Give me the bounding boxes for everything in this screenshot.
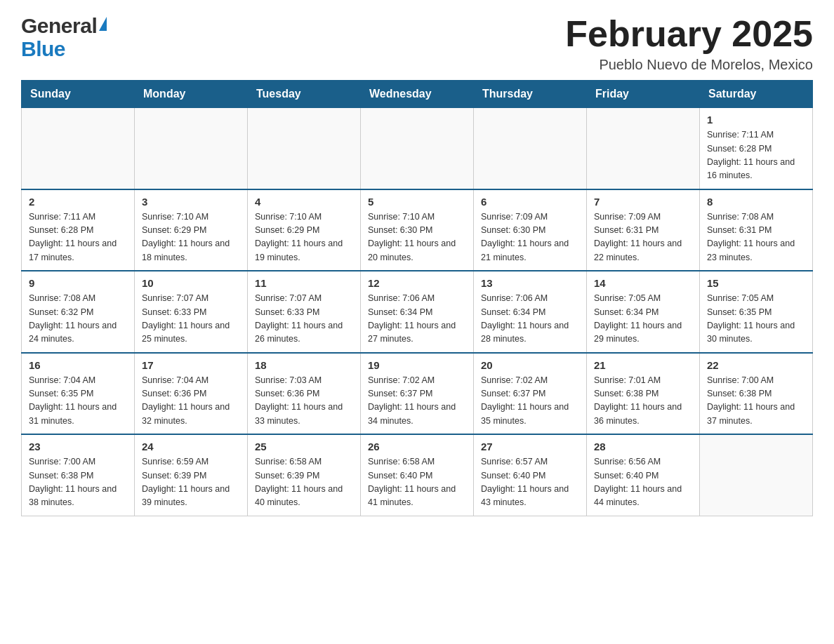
day-number: 5 bbox=[368, 196, 466, 208]
day-number: 26 bbox=[368, 441, 466, 452]
day-info: Sunrise: 7:07 AM Sunset: 6:33 PM Dayligh… bbox=[142, 292, 240, 347]
calendar-title: February 2025 bbox=[565, 14, 813, 54]
day-info: Sunrise: 7:10 AM Sunset: 6:29 PM Dayligh… bbox=[142, 210, 240, 265]
calendar-day-cell: 25Sunrise: 6:58 AM Sunset: 6:39 PM Dayli… bbox=[248, 434, 361, 516]
calendar-day-cell bbox=[700, 434, 813, 516]
calendar-day-cell bbox=[587, 108, 700, 189]
calendar-day-cell: 1Sunrise: 7:11 AM Sunset: 6:28 PM Daylig… bbox=[700, 108, 813, 189]
calendar-day-cell bbox=[248, 108, 361, 189]
day-info: Sunrise: 7:08 AM Sunset: 6:32 PM Dayligh… bbox=[29, 292, 127, 347]
calendar-week-row: 16Sunrise: 7:04 AM Sunset: 6:35 PM Dayli… bbox=[22, 353, 813, 435]
calendar-day-cell: 28Sunrise: 6:56 AM Sunset: 6:40 PM Dayli… bbox=[587, 434, 700, 516]
calendar-day-cell: 14Sunrise: 7:05 AM Sunset: 6:34 PM Dayli… bbox=[587, 271, 700, 353]
calendar-week-row: 2Sunrise: 7:11 AM Sunset: 6:28 PM Daylig… bbox=[22, 189, 813, 271]
calendar-day-cell: 7Sunrise: 7:09 AM Sunset: 6:31 PM Daylig… bbox=[587, 189, 700, 271]
day-number: 3 bbox=[142, 196, 240, 208]
day-info: Sunrise: 6:58 AM Sunset: 6:40 PM Dayligh… bbox=[368, 455, 466, 510]
calendar-day-cell: 9Sunrise: 7:08 AM Sunset: 6:32 PM Daylig… bbox=[22, 271, 135, 353]
day-of-week-header: Friday bbox=[587, 81, 700, 108]
day-number: 15 bbox=[707, 277, 805, 289]
calendar-day-cell: 23Sunrise: 7:00 AM Sunset: 6:38 PM Dayli… bbox=[22, 434, 135, 516]
day-info: Sunrise: 7:05 AM Sunset: 6:35 PM Dayligh… bbox=[707, 292, 805, 347]
calendar-day-cell: 4Sunrise: 7:10 AM Sunset: 6:29 PM Daylig… bbox=[248, 189, 361, 271]
day-number: 21 bbox=[594, 359, 692, 371]
day-number: 10 bbox=[142, 277, 240, 289]
day-number: 9 bbox=[29, 277, 127, 289]
day-number: 18 bbox=[255, 359, 353, 371]
title-section: February 2025 Pueblo Nuevo de Morelos, M… bbox=[565, 14, 813, 73]
calendar-day-cell: 12Sunrise: 7:06 AM Sunset: 6:34 PM Dayli… bbox=[361, 271, 474, 353]
calendar-day-cell: 24Sunrise: 6:59 AM Sunset: 6:39 PM Dayli… bbox=[135, 434, 248, 516]
day-info: Sunrise: 7:00 AM Sunset: 6:38 PM Dayligh… bbox=[29, 455, 127, 510]
calendar-week-row: 9Sunrise: 7:08 AM Sunset: 6:32 PM Daylig… bbox=[22, 271, 813, 353]
calendar-day-cell bbox=[135, 108, 248, 189]
day-info: Sunrise: 6:59 AM Sunset: 6:39 PM Dayligh… bbox=[142, 455, 240, 510]
calendar-day-cell bbox=[474, 108, 587, 189]
calendar-header-row: SundayMondayTuesdayWednesdayThursdayFrid… bbox=[22, 81, 813, 108]
logo-general-text: General bbox=[21, 14, 107, 37]
day-number: 24 bbox=[142, 441, 240, 452]
calendar-subtitle: Pueblo Nuevo de Morelos, Mexico bbox=[565, 57, 813, 73]
day-info: Sunrise: 7:06 AM Sunset: 6:34 PM Dayligh… bbox=[368, 292, 466, 347]
day-number: 4 bbox=[255, 196, 353, 208]
day-info: Sunrise: 7:04 AM Sunset: 6:35 PM Dayligh… bbox=[29, 374, 127, 429]
calendar-day-cell: 27Sunrise: 6:57 AM Sunset: 6:40 PM Dayli… bbox=[474, 434, 587, 516]
day-of-week-header: Thursday bbox=[474, 81, 587, 108]
calendar-week-row: 23Sunrise: 7:00 AM Sunset: 6:38 PM Dayli… bbox=[22, 434, 813, 516]
day-number: 2 bbox=[29, 196, 127, 208]
day-number: 7 bbox=[594, 196, 692, 208]
day-number: 27 bbox=[481, 441, 579, 452]
day-info: Sunrise: 7:02 AM Sunset: 6:37 PM Dayligh… bbox=[368, 374, 466, 429]
calendar-table: SundayMondayTuesdayWednesdayThursdayFrid… bbox=[21, 80, 813, 516]
calendar-day-cell: 2Sunrise: 7:11 AM Sunset: 6:28 PM Daylig… bbox=[22, 189, 135, 271]
day-number: 28 bbox=[594, 441, 692, 452]
calendar-day-cell bbox=[22, 108, 135, 189]
calendar-day-cell: 11Sunrise: 7:07 AM Sunset: 6:33 PM Dayli… bbox=[248, 271, 361, 353]
day-info: Sunrise: 7:02 AM Sunset: 6:37 PM Dayligh… bbox=[481, 374, 579, 429]
calendar-day-cell: 15Sunrise: 7:05 AM Sunset: 6:35 PM Dayli… bbox=[700, 271, 813, 353]
calendar-day-cell: 26Sunrise: 6:58 AM Sunset: 6:40 PM Dayli… bbox=[361, 434, 474, 516]
day-number: 13 bbox=[481, 277, 579, 289]
logo: General Blue bbox=[21, 14, 107, 60]
calendar-day-cell: 10Sunrise: 7:07 AM Sunset: 6:33 PM Dayli… bbox=[135, 271, 248, 353]
day-info: Sunrise: 7:07 AM Sunset: 6:33 PM Dayligh… bbox=[255, 292, 353, 347]
day-number: 17 bbox=[142, 359, 240, 371]
calendar-week-row: 1Sunrise: 7:11 AM Sunset: 6:28 PM Daylig… bbox=[22, 108, 813, 189]
day-of-week-header: Tuesday bbox=[248, 81, 361, 108]
day-number: 8 bbox=[707, 196, 805, 208]
day-info: Sunrise: 7:01 AM Sunset: 6:38 PM Dayligh… bbox=[594, 374, 692, 429]
day-info: Sunrise: 6:57 AM Sunset: 6:40 PM Dayligh… bbox=[481, 455, 579, 510]
calendar-day-cell: 8Sunrise: 7:08 AM Sunset: 6:31 PM Daylig… bbox=[700, 189, 813, 271]
day-number: 23 bbox=[29, 441, 127, 452]
day-number: 1 bbox=[707, 114, 805, 126]
day-of-week-header: Monday bbox=[135, 81, 248, 108]
logo-blue-text: Blue bbox=[21, 37, 107, 60]
day-info: Sunrise: 7:04 AM Sunset: 6:36 PM Dayligh… bbox=[142, 374, 240, 429]
calendar-day-cell: 16Sunrise: 7:04 AM Sunset: 6:35 PM Dayli… bbox=[22, 353, 135, 435]
calendar-day-cell: 19Sunrise: 7:02 AM Sunset: 6:37 PM Dayli… bbox=[361, 353, 474, 435]
day-number: 11 bbox=[255, 277, 353, 289]
calendar-day-cell: 22Sunrise: 7:00 AM Sunset: 6:38 PM Dayli… bbox=[700, 353, 813, 435]
day-info: Sunrise: 7:10 AM Sunset: 6:29 PM Dayligh… bbox=[255, 210, 353, 265]
day-number: 25 bbox=[255, 441, 353, 452]
calendar-day-cell: 21Sunrise: 7:01 AM Sunset: 6:38 PM Dayli… bbox=[587, 353, 700, 435]
calendar-day-cell: 20Sunrise: 7:02 AM Sunset: 6:37 PM Dayli… bbox=[474, 353, 587, 435]
day-info: Sunrise: 6:56 AM Sunset: 6:40 PM Dayligh… bbox=[594, 455, 692, 510]
day-info: Sunrise: 7:11 AM Sunset: 6:28 PM Dayligh… bbox=[29, 210, 127, 265]
day-info: Sunrise: 7:09 AM Sunset: 6:31 PM Dayligh… bbox=[594, 210, 692, 265]
calendar-day-cell: 6Sunrise: 7:09 AM Sunset: 6:30 PM Daylig… bbox=[474, 189, 587, 271]
calendar-day-cell: 17Sunrise: 7:04 AM Sunset: 6:36 PM Dayli… bbox=[135, 353, 248, 435]
day-info: Sunrise: 7:08 AM Sunset: 6:31 PM Dayligh… bbox=[707, 210, 805, 265]
page-header: General Blue February 2025 Pueblo Nuevo … bbox=[21, 14, 813, 73]
day-info: Sunrise: 7:05 AM Sunset: 6:34 PM Dayligh… bbox=[594, 292, 692, 347]
day-number: 14 bbox=[594, 277, 692, 289]
calendar-day-cell bbox=[361, 108, 474, 189]
day-number: 19 bbox=[368, 359, 466, 371]
calendar-day-cell: 5Sunrise: 7:10 AM Sunset: 6:30 PM Daylig… bbox=[361, 189, 474, 271]
day-number: 12 bbox=[368, 277, 466, 289]
day-number: 6 bbox=[481, 196, 579, 208]
day-info: Sunrise: 7:11 AM Sunset: 6:28 PM Dayligh… bbox=[707, 128, 805, 183]
day-of-week-header: Sunday bbox=[22, 81, 135, 108]
day-info: Sunrise: 7:10 AM Sunset: 6:30 PM Dayligh… bbox=[368, 210, 466, 265]
day-number: 20 bbox=[481, 359, 579, 371]
